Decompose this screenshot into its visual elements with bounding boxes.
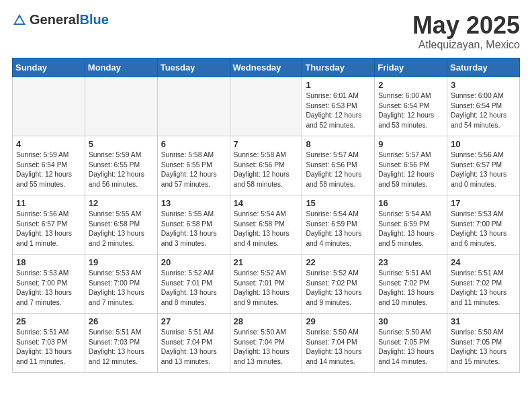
calendar-body: 1Sunrise: 6:01 AM Sunset: 6:53 PM Daylig… — [13, 77, 520, 372]
calendar-day-cell: 5Sunrise: 5:59 AM Sunset: 6:55 PM Daylig… — [85, 136, 157, 195]
calendar-day-cell: 18Sunrise: 5:53 AM Sunset: 7:00 PM Dayli… — [13, 254, 85, 313]
day-number: 17 — [451, 198, 516, 208]
day-info: Sunrise: 5:54 AM Sunset: 6:59 PM Dayligh… — [378, 210, 443, 250]
calendar-week-row: 25Sunrise: 5:51 AM Sunset: 7:03 PM Dayli… — [13, 313, 520, 372]
weekday-header-cell: Sunday — [13, 58, 85, 77]
day-info: Sunrise: 5:58 AM Sunset: 6:55 PM Dayligh… — [161, 150, 226, 191]
location-title: Atlequizayan, Mexico — [412, 39, 520, 51]
calendar-day-cell: 27Sunrise: 5:51 AM Sunset: 7:04 PM Dayli… — [157, 313, 230, 372]
day-info: Sunrise: 5:57 AM Sunset: 6:56 PM Dayligh… — [306, 150, 371, 191]
calendar-day-cell: 30Sunrise: 5:50 AM Sunset: 7:05 PM Dayli… — [375, 313, 447, 372]
day-number: 14 — [234, 198, 299, 208]
day-info: Sunrise: 6:01 AM Sunset: 6:53 PM Dayligh… — [306, 91, 371, 132]
day-info: Sunrise: 5:55 AM Sunset: 6:58 PM Dayligh… — [89, 210, 154, 250]
calendar-table: SundayMondayTuesdayWednesdayThursdayFrid… — [12, 58, 520, 373]
calendar-day-cell: 14Sunrise: 5:54 AM Sunset: 6:58 PM Dayli… — [230, 195, 302, 254]
calendar-day-cell: 7Sunrise: 5:58 AM Sunset: 6:56 PM Daylig… — [230, 136, 302, 195]
weekday-header-cell: Friday — [375, 58, 447, 77]
month-title: May 2025 — [412, 12, 520, 39]
day-number: 30 — [378, 316, 443, 326]
calendar-day-cell: 8Sunrise: 5:57 AM Sunset: 6:56 PM Daylig… — [302, 136, 375, 195]
day-number: 9 — [378, 139, 443, 149]
day-info: Sunrise: 5:56 AM Sunset: 6:57 PM Dayligh… — [16, 210, 81, 250]
weekday-header-cell: Monday — [85, 58, 157, 77]
day-number: 3 — [451, 80, 516, 90]
day-info: Sunrise: 5:51 AM Sunset: 7:03 PM Dayligh… — [89, 328, 154, 368]
day-info: Sunrise: 6:00 AM Sunset: 6:54 PM Dayligh… — [451, 91, 516, 132]
calendar-day-cell — [13, 77, 85, 136]
day-info: Sunrise: 5:51 AM Sunset: 7:04 PM Dayligh… — [161, 328, 226, 368]
day-number: 4 — [16, 139, 81, 149]
logo: GeneralBlue — [12, 12, 109, 28]
day-number: 19 — [89, 257, 154, 267]
day-number: 15 — [306, 198, 371, 208]
calendar-day-cell: 6Sunrise: 5:58 AM Sunset: 6:55 PM Daylig… — [157, 136, 230, 195]
day-info: Sunrise: 5:50 AM Sunset: 7:05 PM Dayligh… — [451, 328, 516, 368]
calendar-day-cell: 23Sunrise: 5:51 AM Sunset: 7:02 PM Dayli… — [375, 254, 447, 313]
day-info: Sunrise: 5:58 AM Sunset: 6:56 PM Dayligh… — [234, 150, 299, 191]
day-info: Sunrise: 5:52 AM Sunset: 7:01 PM Dayligh… — [234, 269, 299, 309]
day-info: Sunrise: 5:54 AM Sunset: 6:59 PM Dayligh… — [306, 210, 371, 250]
day-info: Sunrise: 5:53 AM Sunset: 7:00 PM Dayligh… — [16, 269, 81, 309]
day-number: 20 — [161, 257, 226, 267]
day-number: 22 — [306, 257, 371, 267]
calendar-day-cell: 16Sunrise: 5:54 AM Sunset: 6:59 PM Dayli… — [375, 195, 447, 254]
day-number: 31 — [451, 316, 516, 326]
calendar-day-cell: 25Sunrise: 5:51 AM Sunset: 7:03 PM Dayli… — [13, 313, 85, 372]
day-info: Sunrise: 5:50 AM Sunset: 7:05 PM Dayligh… — [378, 328, 443, 368]
day-number: 18 — [16, 257, 81, 267]
day-info: Sunrise: 5:50 AM Sunset: 7:04 PM Dayligh… — [306, 328, 371, 368]
calendar-week-row: 18Sunrise: 5:53 AM Sunset: 7:00 PM Dayli… — [13, 254, 520, 313]
day-info: Sunrise: 5:59 AM Sunset: 6:54 PM Dayligh… — [16, 150, 81, 191]
weekday-header-cell: Tuesday — [157, 58, 230, 77]
calendar-day-cell: 22Sunrise: 5:52 AM Sunset: 7:02 PM Dayli… — [302, 254, 375, 313]
calendar-day-cell: 19Sunrise: 5:53 AM Sunset: 7:00 PM Dayli… — [85, 254, 157, 313]
calendar-day-cell — [157, 77, 230, 136]
weekday-header-cell: Saturday — [447, 58, 520, 77]
calendar-day-cell — [85, 77, 157, 136]
calendar-day-cell: 9Sunrise: 5:57 AM Sunset: 6:56 PM Daylig… — [375, 136, 447, 195]
day-info: Sunrise: 5:50 AM Sunset: 7:04 PM Dayligh… — [234, 328, 299, 368]
calendar-day-cell: 4Sunrise: 5:59 AM Sunset: 6:54 PM Daylig… — [13, 136, 85, 195]
calendar-day-cell: 28Sunrise: 5:50 AM Sunset: 7:04 PM Dayli… — [230, 313, 302, 372]
calendar-day-cell: 26Sunrise: 5:51 AM Sunset: 7:03 PM Dayli… — [85, 313, 157, 372]
calendar-day-cell — [230, 77, 302, 136]
calendar-day-cell: 13Sunrise: 5:55 AM Sunset: 6:58 PM Dayli… — [157, 195, 230, 254]
day-info: Sunrise: 5:55 AM Sunset: 6:58 PM Dayligh… — [161, 210, 226, 250]
weekday-header-row: SundayMondayTuesdayWednesdayThursdayFrid… — [13, 58, 520, 77]
calendar-week-row: 1Sunrise: 6:01 AM Sunset: 6:53 PM Daylig… — [13, 77, 520, 136]
day-number: 12 — [89, 198, 154, 208]
day-number: 6 — [161, 139, 226, 149]
day-number: 2 — [378, 80, 443, 90]
day-info: Sunrise: 5:52 AM Sunset: 7:01 PM Dayligh… — [161, 269, 226, 309]
calendar-day-cell: 10Sunrise: 5:56 AM Sunset: 6:57 PM Dayli… — [447, 136, 520, 195]
day-info: Sunrise: 6:00 AM Sunset: 6:54 PM Dayligh… — [378, 91, 443, 132]
calendar-day-cell: 29Sunrise: 5:50 AM Sunset: 7:04 PM Dayli… — [302, 313, 375, 372]
day-number: 24 — [451, 257, 516, 267]
calendar-day-cell: 21Sunrise: 5:52 AM Sunset: 7:01 PM Dayli… — [230, 254, 302, 313]
day-info: Sunrise: 5:51 AM Sunset: 7:02 PM Dayligh… — [378, 269, 443, 309]
logo-general: GeneralBlue — [30, 12, 109, 28]
day-info: Sunrise: 5:53 AM Sunset: 7:00 PM Dayligh… — [451, 210, 516, 250]
day-number: 26 — [89, 316, 154, 326]
calendar-day-cell: 20Sunrise: 5:52 AM Sunset: 7:01 PM Dayli… — [157, 254, 230, 313]
day-number: 10 — [451, 139, 516, 149]
day-info: Sunrise: 5:59 AM Sunset: 6:55 PM Dayligh… — [89, 150, 154, 191]
day-number: 25 — [16, 316, 81, 326]
day-info: Sunrise: 5:57 AM Sunset: 6:56 PM Dayligh… — [378, 150, 443, 191]
day-number: 7 — [234, 139, 299, 149]
day-info: Sunrise: 5:52 AM Sunset: 7:02 PM Dayligh… — [306, 269, 371, 309]
weekday-header-cell: Wednesday — [230, 58, 302, 77]
day-number: 13 — [161, 198, 226, 208]
day-number: 1 — [306, 80, 371, 90]
calendar-day-cell: 24Sunrise: 5:51 AM Sunset: 7:02 PM Dayli… — [447, 254, 520, 313]
calendar-day-cell: 2Sunrise: 6:00 AM Sunset: 6:54 PM Daylig… — [375, 77, 447, 136]
day-info: Sunrise: 5:51 AM Sunset: 7:02 PM Dayligh… — [451, 269, 516, 309]
day-number: 11 — [16, 198, 81, 208]
calendar-day-cell: 11Sunrise: 5:56 AM Sunset: 6:57 PM Dayli… — [13, 195, 85, 254]
calendar-day-cell: 3Sunrise: 6:00 AM Sunset: 6:54 PM Daylig… — [447, 77, 520, 136]
day-number: 8 — [306, 139, 371, 149]
title-area: May 2025 Atlequizayan, Mexico — [412, 12, 520, 51]
day-number: 23 — [378, 257, 443, 267]
day-info: Sunrise: 5:56 AM Sunset: 6:57 PM Dayligh… — [451, 150, 516, 191]
